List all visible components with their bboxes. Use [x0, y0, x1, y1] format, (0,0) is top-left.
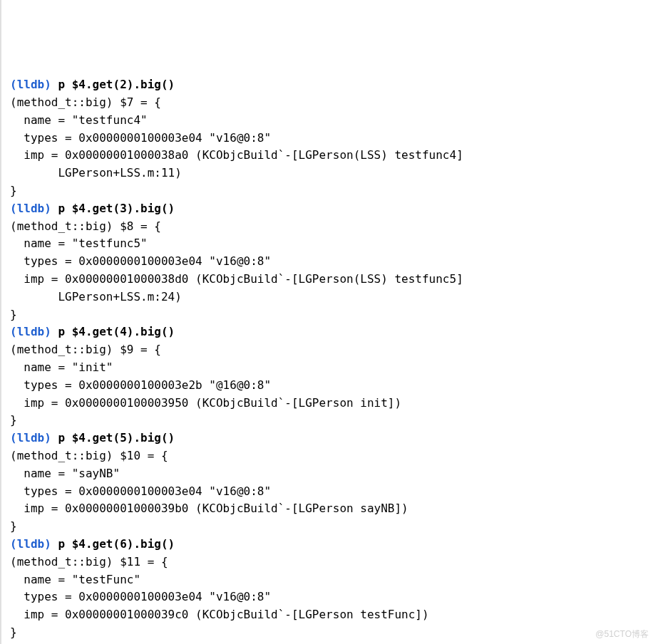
lldb-command-line[interactable]: (lldb) p $4.get(3).big() [10, 200, 644, 218]
result-close-brace: } [10, 624, 644, 642]
result-header: (method_t::big) $11 = { [10, 554, 644, 571]
lldb-command: p $4.get(5).big() [58, 431, 175, 445]
result-close-brace: } [10, 182, 644, 200]
result-imp-field: imp = 0x0000000100003950 (KCObjcBuild`-[… [10, 395, 644, 412]
lldb-command-line[interactable]: (lldb) p $4.get(5).big() [10, 430, 644, 447]
result-types-field: types = 0x0000000100003e04 "v16@0:8" [10, 253, 644, 271]
watermark-text: @51CTO博客 [595, 628, 649, 641]
result-imp-cont: LGPerson+LSS.m:11) [10, 165, 644, 182]
result-header: (method_t::big) $10 = { [10, 447, 644, 465]
result-imp-field: imp = 0x00000001000038a0 (KCObjcBuild`-[… [10, 147, 644, 165]
result-close-brace: } [10, 306, 644, 324]
result-imp-field: imp = 0x00000001000039b0 (KCObjcBuild`-[… [10, 500, 644, 518]
result-types-field: types = 0x0000000100003e04 "v16@0:8" [10, 588, 644, 606]
lldb-command: p $4.get(2).big() [58, 78, 175, 91]
result-imp-cont: LGPerson+LSS.m:24) [10, 289, 644, 306]
result-name-field: name = "testfunc4" [10, 112, 644, 130]
lldb-command: p $4.get(6).big() [58, 537, 175, 551]
lldb-prompt: (lldb) [10, 325, 51, 338]
result-types-field: types = 0x0000000100003e04 "v16@0:8" [10, 130, 644, 147]
result-types-field: types = 0x0000000100003e2b "@16@0:8" [10, 377, 644, 395]
lldb-command-line[interactable]: (lldb) p $4.get(4).big() [10, 323, 644, 341]
result-imp-field: imp = 0x00000001000039c0 (KCObjcBuild`-[… [10, 606, 644, 624]
lldb-command: p $4.get(4).big() [58, 325, 175, 338]
lldb-console-output: (lldb) p $4.get(2).big()(method_t::big) … [10, 76, 644, 642]
result-header: (method_t::big) $7 = { [10, 94, 644, 112]
lldb-command-line[interactable]: (lldb) p $4.get(6).big() [10, 536, 644, 554]
result-name-field: name = "init" [10, 359, 644, 377]
lldb-command: p $4.get(3).big() [58, 202, 175, 215]
result-close-brace: } [10, 518, 644, 536]
result-close-brace: } [10, 412, 644, 430]
lldb-prompt: (lldb) [10, 431, 51, 445]
result-header: (method_t::big) $9 = { [10, 341, 644, 359]
lldb-prompt: (lldb) [10, 537, 51, 551]
result-name-field: name = "testfunc5" [10, 235, 644, 253]
lldb-command-line[interactable]: (lldb) p $4.get(2).big() [10, 76, 644, 94]
result-name-field: name = "testFunc" [10, 571, 644, 589]
result-name-field: name = "sayNB" [10, 465, 644, 483]
result-imp-field: imp = 0x00000001000038d0 (KCObjcBuild`-[… [10, 271, 644, 289]
result-header: (method_t::big) $8 = { [10, 218, 644, 236]
result-types-field: types = 0x0000000100003e04 "v16@0:8" [10, 483, 644, 501]
lldb-prompt: (lldb) [10, 202, 51, 215]
lldb-prompt: (lldb) [10, 78, 51, 91]
